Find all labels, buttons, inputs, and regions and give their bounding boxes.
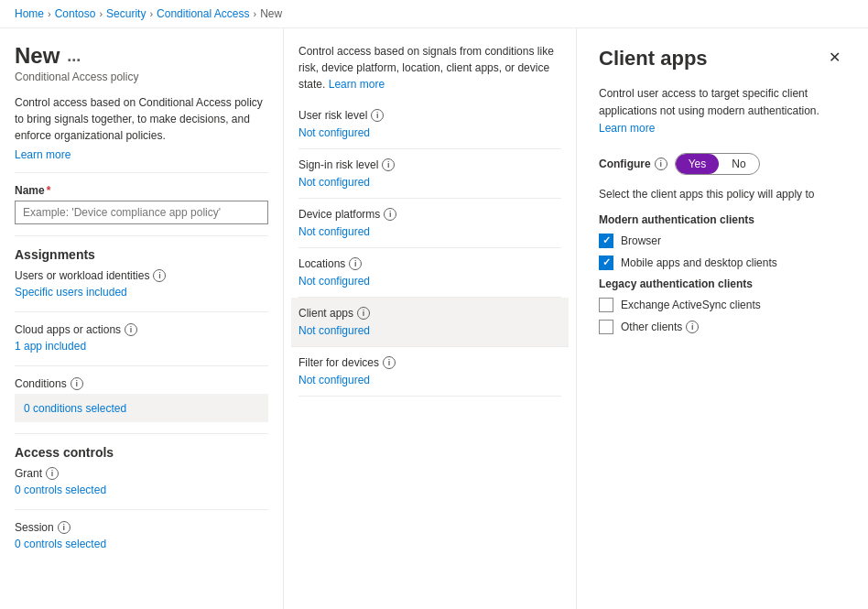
page-title-row: New ...	[15, 43, 268, 69]
divider-4	[15, 365, 268, 366]
checkbox-exchange-label: Exchange ActiveSync clients	[621, 299, 761, 311]
condition-locations: Locations i Not configured	[298, 248, 561, 298]
breadcrumb-sep-2: ›	[99, 8, 103, 19]
divider-1	[15, 172, 268, 173]
conditions-value-link[interactable]: 0 conditions selected	[24, 402, 126, 415]
condition-locations-value[interactable]: Not configured	[298, 275, 370, 288]
checkbox-other-label: Other clients i	[621, 321, 699, 333]
flyout-title: Client apps	[599, 47, 708, 71]
other-clients-info-icon[interactable]: i	[686, 321, 699, 333]
condition-user-risk-label: User risk level i	[298, 109, 561, 122]
breadcrumb: Home › Contoso › Security › Conditional …	[0, 0, 868, 28]
condition-client-apps[interactable]: Client apps i Not configured	[291, 298, 569, 347]
toggle-yes-button[interactable]: Yes	[676, 154, 720, 174]
locations-info-icon[interactable]: i	[349, 257, 362, 270]
condition-device-platforms-label: Device platforms i	[298, 208, 561, 221]
condition-user-risk-value[interactable]: Not configured	[298, 126, 370, 139]
flyout-panel: Client apps ✕ Control user access to tar…	[577, 28, 868, 609]
left-panel: New ... Conditional Access policy Contro…	[0, 28, 284, 609]
breadcrumb-sep-3: ›	[149, 8, 153, 19]
condition-signin-risk: Sign-in risk level i Not configured	[298, 149, 561, 199]
user-risk-info-icon[interactable]: i	[371, 109, 384, 122]
session-label: Session i	[15, 521, 268, 534]
configure-toggle[interactable]: Yes No	[675, 153, 760, 175]
conditions-label: Conditions i	[15, 377, 268, 390]
configure-info-icon[interactable]: i	[655, 158, 667, 170]
page-title-text: New	[15, 43, 60, 69]
checkbox-browser-row: Browser	[599, 234, 846, 248]
configure-label: Configure i	[599, 158, 667, 170]
divider-3	[15, 311, 268, 312]
condition-filter-devices: Filter for devices i Not configured	[298, 347, 561, 397]
grant-value-link[interactable]: 0 controls selected	[15, 482, 268, 498]
filter-devices-info-icon[interactable]: i	[383, 356, 396, 369]
session-value-link[interactable]: 0 controls selected	[15, 536, 268, 552]
breadcrumb-current: New	[260, 7, 282, 20]
name-label: Name*	[15, 184, 268, 197]
assignments-heading: Assignments	[15, 247, 268, 262]
breadcrumb-contoso[interactable]: Contoso	[55, 7, 96, 20]
page-subtitle: Conditional Access policy	[15, 71, 268, 83]
flyout-header: Client apps ✕	[599, 47, 846, 71]
condition-device-platforms: Device platforms i Not configured	[298, 199, 561, 248]
checkbox-mobile-row: Mobile apps and desktop clients	[599, 256, 846, 270]
breadcrumb-security[interactable]: Security	[106, 7, 146, 20]
divider-6	[15, 509, 268, 510]
grant-label: Grant i	[15, 467, 268, 480]
condition-client-apps-value[interactable]: Not configured	[298, 324, 370, 337]
legacy-auth-title: Legacy authentication clients	[599, 277, 846, 290]
users-info-icon[interactable]: i	[153, 269, 166, 282]
divider-5	[15, 433, 268, 434]
access-controls-heading: Access controls	[15, 445, 268, 460]
toggle-no-button[interactable]: No	[719, 154, 758, 174]
condition-device-platforms-value[interactable]: Not configured	[298, 225, 370, 238]
condition-user-risk: User risk level i Not configured	[298, 100, 561, 149]
close-button[interactable]: ✕	[823, 47, 846, 68]
session-info-icon[interactable]: i	[58, 521, 71, 534]
divider-2	[15, 235, 268, 236]
flyout-description: Control user access to target specific c…	[599, 85, 846, 138]
device-platforms-info-icon[interactable]: i	[384, 208, 396, 221]
conditions-block[interactable]: 0 conditions selected	[15, 394, 268, 422]
modern-auth-title: Modern authentication clients	[599, 213, 846, 226]
checkbox-exchange-row: Exchange ActiveSync clients	[599, 298, 846, 312]
checkbox-other-row: Other clients i	[599, 320, 846, 334]
middle-panel: Control access based on signals from con…	[284, 28, 577, 609]
checkbox-other[interactable]	[599, 320, 613, 334]
middle-description: Control access based on signals from con…	[298, 28, 561, 100]
condition-client-apps-label: Client apps i	[298, 307, 561, 320]
flyout-learn-more-link[interactable]: Learn more	[599, 122, 655, 135]
signin-risk-info-icon[interactable]: i	[382, 158, 395, 171]
middle-learn-more-link[interactable]: Learn more	[329, 78, 385, 91]
breadcrumb-home[interactable]: Home	[15, 7, 44, 20]
breadcrumb-sep-4: ›	[253, 8, 256, 19]
checkbox-mobile-label: Mobile apps and desktop clients	[621, 256, 777, 269]
checkbox-mobile[interactable]	[599, 256, 613, 270]
select-description: Select the client apps this policy will …	[599, 186, 846, 202]
conditions-info-icon[interactable]: i	[71, 377, 83, 390]
required-star: *	[47, 184, 51, 197]
users-label: Users or workload identities i	[15, 269, 268, 282]
condition-filter-devices-label: Filter for devices i	[298, 356, 561, 369]
breadcrumb-sep-1: ›	[48, 8, 51, 19]
more-options-icon[interactable]: ...	[67, 47, 81, 66]
condition-signin-risk-label: Sign-in risk level i	[298, 158, 561, 171]
grant-info-icon[interactable]: i	[46, 467, 59, 480]
client-apps-info-icon[interactable]: i	[357, 307, 370, 320]
cloud-apps-value-link[interactable]: 1 app included	[15, 338, 268, 354]
checkbox-browser[interactable]	[599, 234, 613, 248]
configure-row: Configure i Yes No	[599, 153, 846, 175]
checkbox-exchange[interactable]	[599, 298, 613, 312]
condition-filter-devices-value[interactable]: Not configured	[298, 374, 370, 386]
name-input[interactable]	[15, 201, 268, 224]
cloud-apps-info-icon[interactable]: i	[125, 323, 137, 336]
breadcrumb-conditional-access[interactable]: Conditional Access	[157, 7, 249, 20]
condition-locations-label: Locations i	[298, 257, 561, 270]
cloud-apps-label: Cloud apps or actions i	[15, 323, 268, 336]
left-description: Control access based on Conditional Acce…	[15, 94, 268, 144]
condition-signin-risk-value[interactable]: Not configured	[298, 176, 370, 189]
checkbox-browser-label: Browser	[621, 234, 661, 247]
users-value-link[interactable]: Specific users included	[15, 284, 268, 300]
left-learn-more-link[interactable]: Learn more	[15, 148, 71, 161]
